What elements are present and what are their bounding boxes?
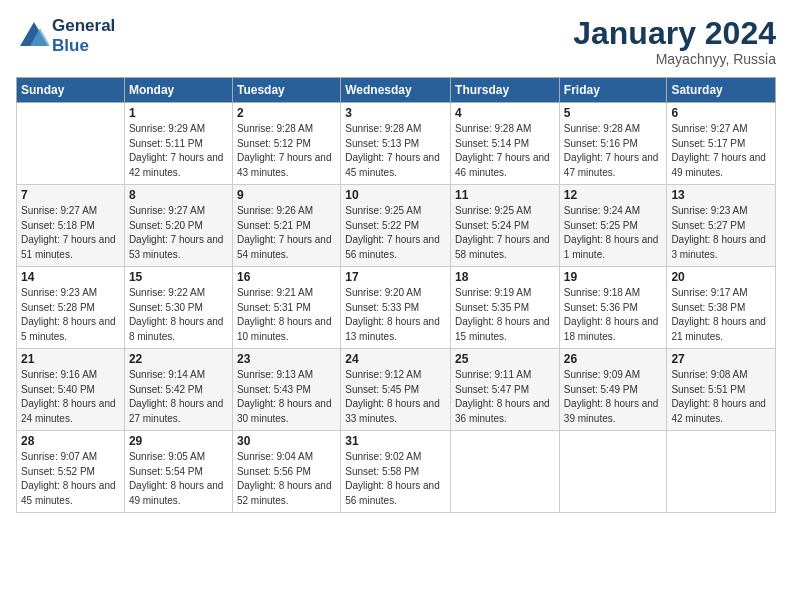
day-info: Sunrise: 9:11 AMSunset: 5:47 PMDaylight:… [455, 368, 555, 426]
calendar-cell: 3Sunrise: 9:28 AMSunset: 5:13 PMDaylight… [341, 103, 451, 185]
day-number: 13 [671, 188, 771, 202]
day-number: 23 [237, 352, 336, 366]
calendar-week-3: 14Sunrise: 9:23 AMSunset: 5:28 PMDayligh… [17, 267, 776, 349]
calendar-cell [451, 431, 560, 513]
day-info: Sunrise: 9:07 AMSunset: 5:52 PMDaylight:… [21, 450, 120, 508]
day-info: Sunrise: 9:27 AMSunset: 5:20 PMDaylight:… [129, 204, 228, 262]
day-info: Sunrise: 9:25 AMSunset: 5:22 PMDaylight:… [345, 204, 446, 262]
col-tuesday: Tuesday [232, 78, 340, 103]
day-number: 30 [237, 434, 336, 448]
col-thursday: Thursday [451, 78, 560, 103]
calendar-cell: 23Sunrise: 9:13 AMSunset: 5:43 PMDayligh… [232, 349, 340, 431]
day-number: 16 [237, 270, 336, 284]
day-number: 3 [345, 106, 446, 120]
calendar-cell: 11Sunrise: 9:25 AMSunset: 5:24 PMDayligh… [451, 185, 560, 267]
day-info: Sunrise: 9:02 AMSunset: 5:58 PMDaylight:… [345, 450, 446, 508]
calendar-cell: 15Sunrise: 9:22 AMSunset: 5:30 PMDayligh… [124, 267, 232, 349]
calendar-cell: 7Sunrise: 9:27 AMSunset: 5:18 PMDaylight… [17, 185, 125, 267]
page-header: General Blue January 2024 Mayachnyy, Rus… [16, 16, 776, 67]
day-info: Sunrise: 9:29 AMSunset: 5:11 PMDaylight:… [129, 122, 228, 180]
day-number: 14 [21, 270, 120, 284]
logo: General Blue [16, 16, 115, 55]
day-info: Sunrise: 9:28 AMSunset: 5:14 PMDaylight:… [455, 122, 555, 180]
calendar-cell: 24Sunrise: 9:12 AMSunset: 5:45 PMDayligh… [341, 349, 451, 431]
month-title: January 2024 [573, 16, 776, 51]
day-info: Sunrise: 9:16 AMSunset: 5:40 PMDaylight:… [21, 368, 120, 426]
day-number: 1 [129, 106, 228, 120]
calendar-cell: 21Sunrise: 9:16 AMSunset: 5:40 PMDayligh… [17, 349, 125, 431]
calendar-week-1: 1Sunrise: 9:29 AMSunset: 5:11 PMDaylight… [17, 103, 776, 185]
logo-text-line2: Blue [52, 36, 115, 56]
day-info: Sunrise: 9:21 AMSunset: 5:31 PMDaylight:… [237, 286, 336, 344]
calendar-cell: 14Sunrise: 9:23 AMSunset: 5:28 PMDayligh… [17, 267, 125, 349]
calendar-cell: 5Sunrise: 9:28 AMSunset: 5:16 PMDaylight… [559, 103, 667, 185]
day-number: 24 [345, 352, 446, 366]
calendar-cell: 25Sunrise: 9:11 AMSunset: 5:47 PMDayligh… [451, 349, 560, 431]
col-saturday: Saturday [667, 78, 776, 103]
day-number: 5 [564, 106, 663, 120]
day-info: Sunrise: 9:27 AMSunset: 5:17 PMDaylight:… [671, 122, 771, 180]
day-number: 21 [21, 352, 120, 366]
day-number: 31 [345, 434, 446, 448]
day-info: Sunrise: 9:08 AMSunset: 5:51 PMDaylight:… [671, 368, 771, 426]
calendar-cell: 6Sunrise: 9:27 AMSunset: 5:17 PMDaylight… [667, 103, 776, 185]
title-area: January 2024 Mayachnyy, Russia [573, 16, 776, 67]
col-monday: Monday [124, 78, 232, 103]
col-wednesday: Wednesday [341, 78, 451, 103]
location-label: Mayachnyy, Russia [573, 51, 776, 67]
day-number: 4 [455, 106, 555, 120]
calendar-cell: 20Sunrise: 9:17 AMSunset: 5:38 PMDayligh… [667, 267, 776, 349]
calendar-cell [667, 431, 776, 513]
day-number: 15 [129, 270, 228, 284]
day-number: 25 [455, 352, 555, 366]
day-info: Sunrise: 9:17 AMSunset: 5:38 PMDaylight:… [671, 286, 771, 344]
day-info: Sunrise: 9:28 AMSunset: 5:16 PMDaylight:… [564, 122, 663, 180]
calendar-cell: 8Sunrise: 9:27 AMSunset: 5:20 PMDaylight… [124, 185, 232, 267]
day-number: 29 [129, 434, 228, 448]
day-info: Sunrise: 9:14 AMSunset: 5:42 PMDaylight:… [129, 368, 228, 426]
calendar-week-4: 21Sunrise: 9:16 AMSunset: 5:40 PMDayligh… [17, 349, 776, 431]
day-info: Sunrise: 9:20 AMSunset: 5:33 PMDaylight:… [345, 286, 446, 344]
day-number: 19 [564, 270, 663, 284]
day-number: 18 [455, 270, 555, 284]
calendar-cell: 13Sunrise: 9:23 AMSunset: 5:27 PMDayligh… [667, 185, 776, 267]
day-info: Sunrise: 9:23 AMSunset: 5:28 PMDaylight:… [21, 286, 120, 344]
calendar-cell [559, 431, 667, 513]
day-info: Sunrise: 9:12 AMSunset: 5:45 PMDaylight:… [345, 368, 446, 426]
day-number: 9 [237, 188, 336, 202]
calendar-cell: 31Sunrise: 9:02 AMSunset: 5:58 PMDayligh… [341, 431, 451, 513]
page-container: General Blue January 2024 Mayachnyy, Rus… [0, 0, 792, 612]
day-number: 6 [671, 106, 771, 120]
logo-text-line1: General [52, 16, 115, 36]
day-info: Sunrise: 9:23 AMSunset: 5:27 PMDaylight:… [671, 204, 771, 262]
day-number: 26 [564, 352, 663, 366]
day-info: Sunrise: 9:09 AMSunset: 5:49 PMDaylight:… [564, 368, 663, 426]
day-number: 22 [129, 352, 228, 366]
day-number: 7 [21, 188, 120, 202]
day-info: Sunrise: 9:28 AMSunset: 5:12 PMDaylight:… [237, 122, 336, 180]
calendar-cell: 22Sunrise: 9:14 AMSunset: 5:42 PMDayligh… [124, 349, 232, 431]
day-number: 20 [671, 270, 771, 284]
day-number: 27 [671, 352, 771, 366]
day-number: 28 [21, 434, 120, 448]
day-info: Sunrise: 9:19 AMSunset: 5:35 PMDaylight:… [455, 286, 555, 344]
calendar-cell: 4Sunrise: 9:28 AMSunset: 5:14 PMDaylight… [451, 103, 560, 185]
calendar-header-row: Sunday Monday Tuesday Wednesday Thursday… [17, 78, 776, 103]
day-number: 2 [237, 106, 336, 120]
day-info: Sunrise: 9:13 AMSunset: 5:43 PMDaylight:… [237, 368, 336, 426]
day-info: Sunrise: 9:18 AMSunset: 5:36 PMDaylight:… [564, 286, 663, 344]
calendar-cell: 18Sunrise: 9:19 AMSunset: 5:35 PMDayligh… [451, 267, 560, 349]
calendar-cell: 9Sunrise: 9:26 AMSunset: 5:21 PMDaylight… [232, 185, 340, 267]
day-info: Sunrise: 9:04 AMSunset: 5:56 PMDaylight:… [237, 450, 336, 508]
calendar-cell: 30Sunrise: 9:04 AMSunset: 5:56 PMDayligh… [232, 431, 340, 513]
logo-icon [16, 18, 52, 54]
calendar-week-5: 28Sunrise: 9:07 AMSunset: 5:52 PMDayligh… [17, 431, 776, 513]
calendar-cell: 28Sunrise: 9:07 AMSunset: 5:52 PMDayligh… [17, 431, 125, 513]
col-sunday: Sunday [17, 78, 125, 103]
calendar-cell: 1Sunrise: 9:29 AMSunset: 5:11 PMDaylight… [124, 103, 232, 185]
calendar-cell: 12Sunrise: 9:24 AMSunset: 5:25 PMDayligh… [559, 185, 667, 267]
col-friday: Friday [559, 78, 667, 103]
calendar-cell: 19Sunrise: 9:18 AMSunset: 5:36 PMDayligh… [559, 267, 667, 349]
day-info: Sunrise: 9:05 AMSunset: 5:54 PMDaylight:… [129, 450, 228, 508]
day-number: 12 [564, 188, 663, 202]
